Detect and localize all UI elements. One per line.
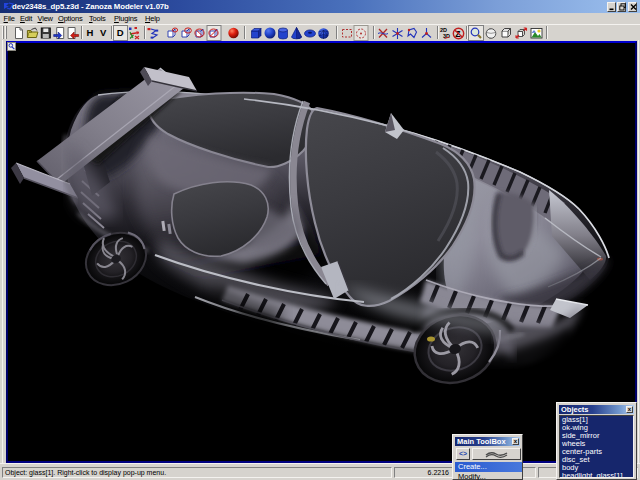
svg-text:D: D — [117, 27, 124, 38]
svg-text:H: H — [87, 27, 94, 38]
svg-text:V: V — [100, 27, 107, 38]
